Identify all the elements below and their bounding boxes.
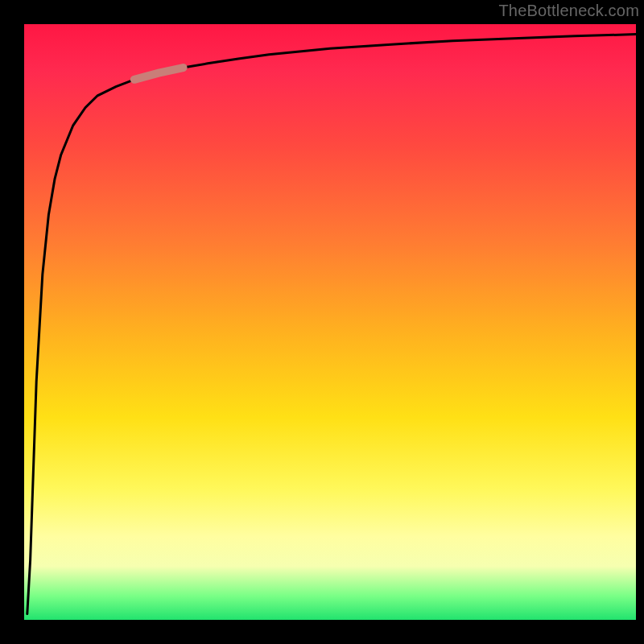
curve-highlight-segment <box>134 68 184 80</box>
watermark-text: TheBottleneck.com <box>498 2 639 20</box>
chart-frame: TheBottleneck.com <box>0 0 644 644</box>
plot-area <box>24 24 636 620</box>
plot-svg <box>24 24 636 620</box>
curve-line <box>27 35 636 614</box>
